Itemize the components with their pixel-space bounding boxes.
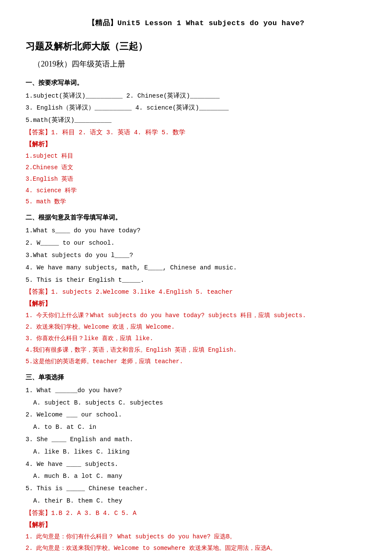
section1-analysis-4: 4. science 科学	[26, 185, 366, 197]
section2-analysis-3: 3. 你喜欢什么科目？like 喜欢，应填 like.	[26, 333, 366, 344]
section3-q3-options: A. like B. likes C. liking	[33, 446, 366, 458]
section3-q5-options: A. their B. them C. they	[33, 495, 366, 507]
subtitle2: （2019秋）四年级英语上册	[33, 57, 366, 71]
section1-header: 一、按要求写单词。	[26, 77, 366, 89]
section2-analysis-5: 5.这是他们的英语老师。teacher 老师，应填 teacher.	[26, 356, 366, 367]
section1-q2: 3. English（英译汉）__________ 4. science(英译汉…	[26, 102, 366, 114]
section3-q4: 4. We have ____ subjects.	[26, 459, 366, 470]
section3: 三、单项选择 1. What ______do you have? A. sub…	[26, 372, 366, 555]
section3-analysis-title: 【解析】	[26, 520, 366, 531]
section1-analysis-3: 3.English 英语	[26, 174, 366, 185]
section3-analysis-2: 2. 此句意是：欢送来我们学校。Welcome to somewhere 欢送来…	[26, 543, 366, 554]
section2-header: 二、根据句意及首字母填写单词。	[26, 212, 366, 223]
section3-analysis-1: 1. 此句意是：你们有什么科目？ What subjects do you ha…	[26, 532, 366, 543]
section2-answer: 【答案】1. subjects 2.Welcome 3.like 4.Engli…	[26, 286, 366, 298]
section3-q2: 2. Welcome ___ our school.	[26, 409, 366, 421]
section3-q1-options: A. subject B. subjects C. subjectes	[33, 397, 366, 409]
section2-analysis-1: 1. 今天你们上什么课？What subjects do you have to…	[26, 310, 366, 321]
section1-analysis-title: 【解析】	[26, 139, 366, 150]
section1-q1: 1.subject(英译汉)__________ 2. Chinese(英译汉)…	[26, 90, 366, 102]
section2-q5: 5. This is their English t_____.	[26, 275, 366, 286]
section3-header: 三、单项选择	[26, 372, 366, 383]
section2-analysis-4: 4.我们有很多课，数字，英语，语文和音乐。English 英语，应填 Engli…	[26, 345, 366, 356]
section2-analysis-title: 【解析】	[26, 298, 366, 309]
section2-q1: 1.What s____ do you have today?	[26, 225, 366, 237]
section2-q2: 2. W_____ to our school.	[26, 237, 366, 249]
section2-q3: 3.What subjects do you l____?	[26, 250, 366, 261]
section1: 一、按要求写单词。 1.subject(英译汉)__________ 2. Ch…	[26, 77, 366, 208]
section2-analysis-2: 2. 欢送来我们学校。Welcome 欢送，应填 Welcome.	[26, 322, 366, 333]
section3-q4-options: A. much B. a lot C. many	[33, 471, 366, 482]
section3-q2-options: A. to B. at C. in	[33, 422, 366, 433]
section1-analysis-2: 2.Chinese 语文	[26, 162, 366, 173]
section1-q3: 5.math(英译汉)__________	[26, 115, 366, 126]
section2: 二、根据句意及首字母填写单词。 1.What s____ do you have…	[26, 212, 366, 367]
section3-q5: 5. This is _____ Chinese teacher.	[26, 483, 366, 494]
section3-q3: 3. She ____ English and math.	[26, 434, 366, 445]
section3-q1: 1. What ______do you have?	[26, 385, 366, 396]
section3-answer: 【答案】1.B 2. A 3. B 4. C 5. A	[26, 508, 366, 519]
section1-analysis-5: 5. math 数学	[26, 197, 366, 208]
page-title: 【精品】Unit5 Lesson 1 What subjects do you …	[26, 17, 366, 30]
subtitle1: 习题及解析北师大版（三起）	[26, 38, 366, 55]
section1-answer: 【答案】1. 科目 2. 语文 3. 英语 4. 科学 5. 数学	[26, 127, 366, 139]
section1-analysis-1: 1.subject 科目	[26, 151, 366, 162]
section2-q4: 4. We have many subjects, math, E____, C…	[26, 262, 366, 274]
